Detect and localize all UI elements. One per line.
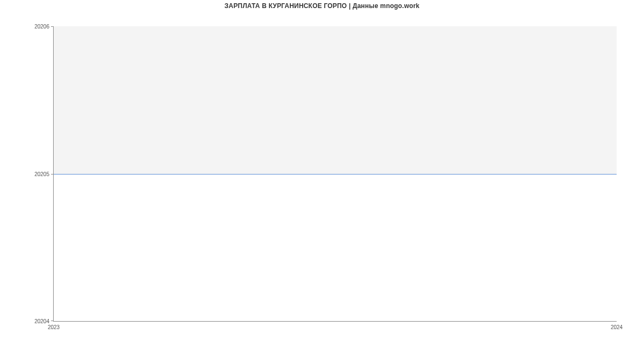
data-line — [54, 174, 617, 174]
plot-area: 20206 20205 20204 2023 2024 — [53, 26, 617, 322]
x-tick-label: 2023 — [48, 324, 60, 330]
y-tick — [51, 321, 54, 321]
salary-chart: ЗАРПЛАТА В КУРГАНИНСКОЕ ГОРПО | Данные m… — [0, 0, 644, 349]
grid-band-upper — [54, 26, 617, 174]
x-tick-label: 2024 — [611, 324, 623, 330]
y-tick — [51, 26, 54, 27]
y-tick-label: 20204 — [34, 318, 49, 324]
chart-title: ЗАРПЛАТА В КУРГАНИНСКОЕ ГОРПО | Данные m… — [0, 2, 644, 10]
y-tick-label: 20206 — [34, 24, 49, 30]
y-tick-label: 20205 — [34, 171, 49, 177]
